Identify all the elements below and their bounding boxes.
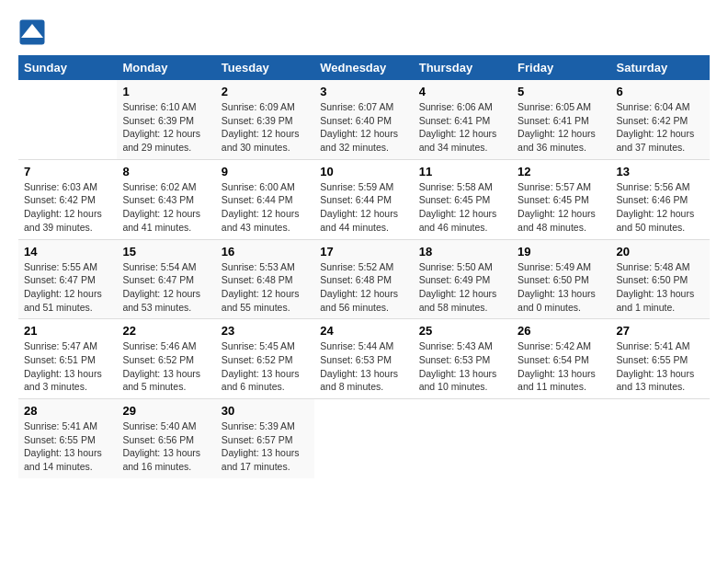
calendar-cell: 27Sunrise: 5:41 AM Sunset: 6:55 PM Dayli… [611, 319, 710, 399]
day-number: 9 [222, 165, 309, 178]
col-header-saturday: Saturday [611, 55, 710, 80]
col-header-sunday: Sunday [18, 55, 117, 80]
day-number: 29 [122, 404, 210, 418]
calendar-cell: 6Sunrise: 6:04 AM Sunset: 6:42 PM Daylig… [611, 80, 710, 159]
day-number: 28 [24, 404, 111, 418]
calendar-cell: 13Sunrise: 5:56 AM Sunset: 6:46 PM Dayli… [611, 159, 710, 239]
day-number: 7 [24, 165, 111, 178]
day-info: Sunrise: 5:48 AM Sunset: 6:50 PM Dayligh… [617, 260, 704, 315]
day-number: 14 [24, 245, 111, 259]
day-number: 24 [320, 324, 407, 338]
day-info: Sunrise: 5:58 AM Sunset: 6:45 PM Dayligh… [419, 180, 506, 235]
calendar-cell: 21Sunrise: 5:47 AM Sunset: 6:51 PM Dayli… [18, 319, 117, 399]
day-info: Sunrise: 5:47 AM Sunset: 6:51 PM Dayligh… [24, 339, 111, 394]
day-info: Sunrise: 6:06 AM Sunset: 6:41 PM Dayligh… [419, 100, 506, 155]
logo-icon [18, 18, 46, 46]
calendar-cell: 26Sunrise: 5:42 AM Sunset: 6:54 PM Dayli… [512, 319, 610, 399]
day-number: 27 [617, 324, 704, 338]
day-number: 19 [518, 245, 605, 259]
day-info: Sunrise: 6:00 AM Sunset: 6:44 PM Dayligh… [222, 180, 309, 235]
calendar-week-1: 1Sunrise: 6:10 AM Sunset: 6:39 PM Daylig… [18, 80, 710, 159]
calendar-cell [18, 80, 117, 159]
calendar-cell: 9Sunrise: 6:00 AM Sunset: 6:44 PM Daylig… [216, 159, 314, 239]
day-number: 5 [518, 85, 605, 98]
day-info: Sunrise: 6:04 AM Sunset: 6:42 PM Dayligh… [617, 100, 704, 155]
calendar-cell: 11Sunrise: 5:58 AM Sunset: 6:45 PM Dayli… [414, 159, 512, 239]
day-info: Sunrise: 5:54 AM Sunset: 6:47 PM Dayligh… [122, 260, 210, 315]
day-info: Sunrise: 5:50 AM Sunset: 6:49 PM Dayligh… [419, 260, 506, 315]
day-number: 18 [419, 245, 506, 259]
header-row: SundayMondayTuesdayWednesdayThursdayFrid… [18, 55, 710, 80]
calendar-cell: 28Sunrise: 5:41 AM Sunset: 6:55 PM Dayli… [18, 399, 117, 478]
calendar-cell: 30Sunrise: 5:39 AM Sunset: 6:57 PM Dayli… [216, 399, 314, 478]
day-info: Sunrise: 5:59 AM Sunset: 6:44 PM Dayligh… [320, 180, 407, 235]
day-info: Sunrise: 5:46 AM Sunset: 6:52 PM Dayligh… [122, 339, 210, 394]
calendar-cell: 23Sunrise: 5:45 AM Sunset: 6:52 PM Dayli… [216, 319, 314, 399]
day-info: Sunrise: 5:44 AM Sunset: 6:53 PM Dayligh… [320, 339, 407, 394]
day-number: 30 [222, 404, 309, 418]
calendar-cell: 2Sunrise: 6:09 AM Sunset: 6:39 PM Daylig… [216, 80, 314, 159]
calendar-cell: 8Sunrise: 6:02 AM Sunset: 6:43 PM Daylig… [117, 159, 215, 239]
day-number: 17 [320, 245, 407, 259]
day-number: 26 [518, 324, 605, 338]
day-info: Sunrise: 5:52 AM Sunset: 6:48 PM Dayligh… [320, 260, 407, 315]
day-info: Sunrise: 6:09 AM Sunset: 6:39 PM Dayligh… [222, 100, 309, 155]
calendar-cell: 16Sunrise: 5:53 AM Sunset: 6:48 PM Dayli… [216, 239, 314, 319]
calendar-week-4: 21Sunrise: 5:47 AM Sunset: 6:51 PM Dayli… [18, 319, 710, 399]
day-number: 12 [518, 165, 605, 178]
calendar-cell: 7Sunrise: 6:03 AM Sunset: 6:42 PM Daylig… [18, 159, 117, 239]
calendar-cell: 14Sunrise: 5:55 AM Sunset: 6:47 PM Dayli… [18, 239, 117, 319]
day-info: Sunrise: 5:49 AM Sunset: 6:50 PM Dayligh… [518, 260, 605, 315]
calendar-cell: 24Sunrise: 5:44 AM Sunset: 6:53 PM Dayli… [314, 319, 413, 399]
calendar-week-2: 7Sunrise: 6:03 AM Sunset: 6:42 PM Daylig… [18, 159, 710, 239]
day-number: 11 [419, 165, 506, 178]
calendar-cell: 4Sunrise: 6:06 AM Sunset: 6:41 PM Daylig… [414, 80, 512, 159]
page-header [18, 18, 710, 46]
calendar-cell: 25Sunrise: 5:43 AM Sunset: 6:53 PM Dayli… [414, 319, 512, 399]
col-header-thursday: Thursday [414, 55, 512, 80]
day-info: Sunrise: 5:57 AM Sunset: 6:45 PM Dayligh… [518, 180, 605, 235]
day-number: 16 [222, 245, 309, 259]
calendar-week-3: 14Sunrise: 5:55 AM Sunset: 6:47 PM Dayli… [18, 239, 710, 319]
col-header-monday: Monday [117, 55, 215, 80]
day-info: Sunrise: 5:45 AM Sunset: 6:52 PM Dayligh… [222, 339, 309, 394]
day-info: Sunrise: 6:02 AM Sunset: 6:43 PM Dayligh… [122, 180, 210, 235]
calendar-cell [611, 399, 710, 478]
calendar-cell: 3Sunrise: 6:07 AM Sunset: 6:40 PM Daylig… [314, 80, 413, 159]
day-number: 8 [122, 165, 210, 178]
calendar-cell: 17Sunrise: 5:52 AM Sunset: 6:48 PM Dayli… [314, 239, 413, 319]
day-info: Sunrise: 6:03 AM Sunset: 6:42 PM Dayligh… [24, 180, 111, 235]
day-info: Sunrise: 5:39 AM Sunset: 6:57 PM Dayligh… [222, 419, 309, 474]
calendar-cell: 18Sunrise: 5:50 AM Sunset: 6:49 PM Dayli… [414, 239, 512, 319]
calendar-cell: 1Sunrise: 6:10 AM Sunset: 6:39 PM Daylig… [117, 80, 215, 159]
day-info: Sunrise: 5:56 AM Sunset: 6:46 PM Dayligh… [617, 180, 704, 235]
calendar-cell: 19Sunrise: 5:49 AM Sunset: 6:50 PM Dayli… [512, 239, 610, 319]
day-info: Sunrise: 6:10 AM Sunset: 6:39 PM Dayligh… [122, 100, 210, 155]
day-info: Sunrise: 6:07 AM Sunset: 6:40 PM Dayligh… [320, 100, 407, 155]
calendar-cell [314, 399, 413, 478]
day-info: Sunrise: 5:43 AM Sunset: 6:53 PM Dayligh… [419, 339, 506, 394]
day-number: 25 [419, 324, 506, 338]
col-header-tuesday: Tuesday [216, 55, 314, 80]
day-number: 2 [222, 85, 309, 98]
calendar-table: SundayMondayTuesdayWednesdayThursdayFrid… [18, 55, 710, 478]
day-info: Sunrise: 6:05 AM Sunset: 6:41 PM Dayligh… [518, 100, 605, 155]
day-info: Sunrise: 5:41 AM Sunset: 6:55 PM Dayligh… [24, 419, 111, 474]
calendar-cell: 20Sunrise: 5:48 AM Sunset: 6:50 PM Dayli… [611, 239, 710, 319]
calendar-cell: 10Sunrise: 5:59 AM Sunset: 6:44 PM Dayli… [314, 159, 413, 239]
day-number: 21 [24, 324, 111, 338]
calendar-cell: 29Sunrise: 5:40 AM Sunset: 6:56 PM Dayli… [117, 399, 215, 478]
day-info: Sunrise: 5:55 AM Sunset: 6:47 PM Dayligh… [24, 260, 111, 315]
calendar-cell: 22Sunrise: 5:46 AM Sunset: 6:52 PM Dayli… [117, 319, 215, 399]
day-number: 6 [617, 85, 704, 98]
day-info: Sunrise: 5:53 AM Sunset: 6:48 PM Dayligh… [222, 260, 309, 315]
day-info: Sunrise: 5:41 AM Sunset: 6:55 PM Dayligh… [617, 339, 704, 394]
day-number: 15 [122, 245, 210, 259]
calendar-week-5: 28Sunrise: 5:41 AM Sunset: 6:55 PM Dayli… [18, 399, 710, 478]
day-number: 10 [320, 165, 407, 178]
calendar-cell [414, 399, 512, 478]
day-number: 1 [122, 85, 210, 98]
day-number: 22 [122, 324, 210, 338]
calendar-cell [512, 399, 610, 478]
calendar-cell: 12Sunrise: 5:57 AM Sunset: 6:45 PM Dayli… [512, 159, 610, 239]
